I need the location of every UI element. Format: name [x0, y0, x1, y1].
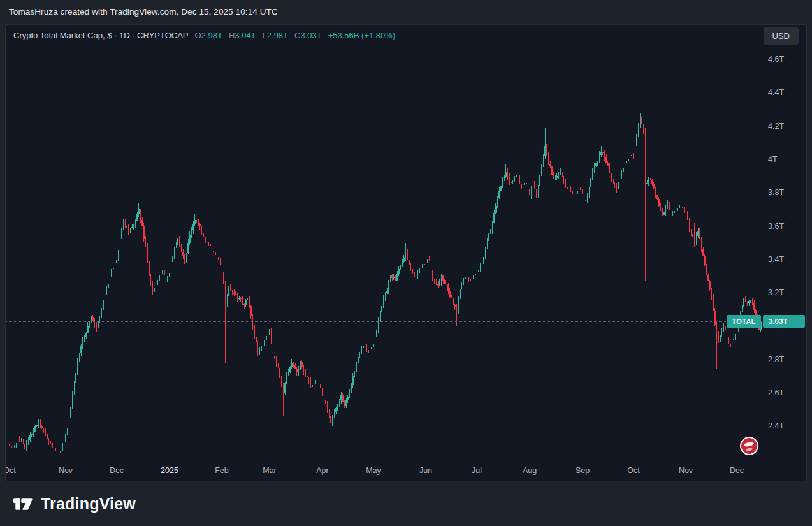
price-tick: 4.4T [768, 87, 784, 98]
time-tick: Mar [263, 466, 277, 475]
time-tick: Jun [419, 466, 432, 475]
chart-panel: Crypto Total Market Cap, $ · 1D · CRYPTO… [5, 24, 807, 481]
price-tick: 3.8T [768, 187, 784, 198]
price-tick: 3.4T [768, 254, 784, 265]
price-tick: 2.8T [768, 354, 784, 365]
high-label: H [229, 31, 235, 40]
price-tick: 3.2T [768, 288, 784, 298]
time-tick: Dec [730, 466, 744, 475]
time-tick: Feb [215, 466, 229, 475]
time-tick: Nov [59, 466, 73, 475]
open-value: 2.98T [201, 31, 222, 40]
last-price-tag: 3.03T [763, 315, 805, 328]
legend: Crypto Total Market Cap, $ · 1D · CRYPTO… [13, 31, 395, 40]
low-label: L [263, 31, 267, 40]
time-tick: Oct [6, 466, 16, 475]
price-tick: 4.6T [768, 54, 784, 64]
time-tick: Sep [576, 466, 590, 475]
price-tick: 4T [768, 154, 778, 164]
time-tick: 2025 [161, 466, 178, 475]
change-value: +53.56B (+1.80%) [328, 31, 396, 40]
time-tick: Nov [679, 466, 693, 475]
attribution-bar: TomasHruza created with TradingView.com,… [0, 0, 812, 24]
time-tick: Dec [110, 466, 124, 475]
tradingview-wordmark[interactable]: TradingView [41, 495, 136, 513]
time-tick: Aug [523, 466, 537, 475]
time-tick: Jul [472, 466, 482, 475]
attribution-text: TomasHruza created with TradingView.com,… [9, 7, 278, 17]
open-label: O [195, 31, 201, 40]
last-price-line [6, 321, 762, 322]
tradingview-logo-icon[interactable] [13, 495, 34, 513]
candlestick-plot[interactable] [6, 25, 762, 462]
symbol-name-tag: TOTAL [727, 315, 761, 328]
ohlc-close: C3.03T [294, 31, 322, 40]
ohlc-high: H3.04T [229, 31, 256, 40]
ohlc-open: O2.98T [195, 31, 222, 40]
brand-bar: TradingView [0, 481, 812, 526]
usd-button[interactable]: USD [764, 27, 799, 45]
low-value: 2.98T [267, 31, 288, 40]
ohlc-low: L2.98T [263, 31, 288, 40]
time-tick: Apr [316, 466, 328, 475]
time-tick: May [366, 466, 381, 475]
price-tick: 2.6T [768, 388, 784, 398]
close-value: 3.03T [300, 31, 321, 40]
time-tick: Oct [627, 466, 639, 475]
price-axis[interactable]: 4.6T4.4T4.2T4T3.8T3.6T3.4T3.2T3T2.8T2.6T… [762, 25, 806, 460]
symbol-logo [740, 437, 758, 455]
axis-corner [762, 460, 806, 481]
price-tick: 3.6T [768, 221, 784, 231]
high-value: 3.04T [235, 31, 256, 40]
symbol-title[interactable]: Crypto Total Market Cap, $ · 1D · CRYPTO… [13, 31, 189, 40]
price-tick: 2.4T [768, 421, 784, 431]
price-tick: 4.2T [768, 121, 784, 131]
time-axis[interactable]: OctNovDec2025FebMarAprMayJunJulAugSepOct… [6, 460, 762, 481]
